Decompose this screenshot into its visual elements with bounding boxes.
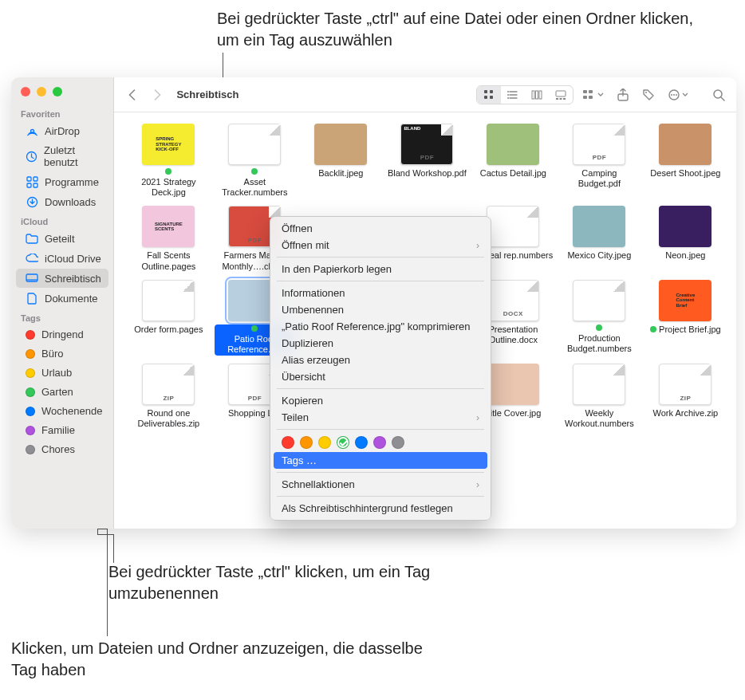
grid-icon — [26, 175, 38, 188]
tag-dot-icon — [650, 326, 656, 332]
file-type-badge: DOCX — [503, 310, 523, 318]
sidebar-item-familie[interactable]: Familie — [16, 421, 108, 439]
tag-color-swatch[interactable] — [300, 436, 313, 449]
back-button[interactable] — [122, 85, 141, 104]
context-menu-item[interactable]: Umbenennen — [270, 301, 491, 318]
sidebar-item-airdrop[interactable]: AirDrop — [16, 121, 108, 140]
file-item[interactable]: Production Budget.numbers — [559, 280, 639, 356]
file-item[interactable]: Cactus Detail.jpg — [473, 124, 553, 198]
minimize-icon[interactable] — [37, 87, 46, 96]
context-menu-item[interactable]: Als Schreibtischhintergrund festlegen — [270, 500, 491, 517]
sidebar-item-label: Chores — [41, 443, 75, 455]
context-menu-item-tags[interactable]: Tags … — [274, 452, 487, 469]
sidebar-heading: iCloud — [11, 212, 113, 228]
tags-button[interactable] — [639, 85, 658, 104]
context-menu-item[interactable]: Alias erzeugen — [270, 352, 491, 368]
folder-icon — [26, 232, 38, 245]
action-button[interactable] — [664, 85, 692, 104]
svg-rect-15 — [532, 91, 534, 99]
svg-rect-4 — [27, 183, 31, 187]
context-menu-item[interactable]: Öffnen — [270, 220, 491, 237]
file-item[interactable]: PDFCamping Budget.pdf — [559, 124, 639, 198]
tag-color-swatch[interactable] — [355, 436, 368, 449]
file-item[interactable]: ZIPRound one Deliverables.zip — [128, 364, 208, 429]
callout-line — [97, 534, 113, 535]
main-area: Schreibtisch — [114, 77, 736, 529]
file-name-label: Neon.jpeg — [665, 250, 705, 261]
icon-view-button[interactable] — [477, 86, 501, 104]
image-thumb — [314, 124, 367, 165]
separator — [277, 429, 484, 430]
tag-color-swatch[interactable] — [337, 436, 349, 449]
context-menu-item[interactable]: Informationen — [270, 285, 491, 301]
separator — [277, 472, 484, 473]
context-menu-item[interactable]: In den Papierkorb legen — [270, 261, 491, 277]
file-item[interactable]: Desert Shoot.jpeg — [645, 124, 725, 198]
sidebar-item-dringend[interactable]: Dringend — [16, 325, 108, 344]
svg-rect-3 — [34, 177, 37, 181]
tag-color-swatch[interactable] — [282, 436, 294, 449]
sidebar-item-geteilt[interactable]: Geteilt — [16, 229, 108, 248]
file-item[interactable]: BLANDPDFBland Workshop.pdf — [387, 124, 467, 198]
context-menu-item[interactable]: „Patio Roof Reference.jpg" komprimieren — [270, 318, 491, 335]
file-item[interactable]: ZIPWork Archive.zip — [645, 364, 725, 429]
sidebar-item-chores[interactable]: Chores — [16, 440, 108, 458]
sidebar-item-schreibtisch[interactable]: Schreibtisch — [16, 269, 108, 288]
sidebar-item-programme[interactable]: Programme — [16, 172, 108, 191]
document-icon: PDF — [573, 124, 625, 165]
tag-color-swatch[interactable] — [373, 436, 386, 449]
file-item[interactable]: Asset Tracker.numbers — [215, 124, 294, 198]
sidebar-item-icloud-drive[interactable]: iCloud Drive — [16, 249, 108, 268]
sidebar-item-urlaub[interactable]: Urlaub — [16, 364, 108, 382]
file-item[interactable]: Weekly Workout.numbers — [559, 364, 639, 429]
context-menu-label: Kopieren — [282, 395, 323, 407]
file-type-badge: PDF — [420, 154, 435, 162]
context-menu-item[interactable]: Öffnen mit› — [270, 237, 491, 254]
file-item[interactable]: Mexico City.jpeg — [559, 206, 639, 271]
sidebar-item-büro[interactable]: Büro — [16, 344, 108, 363]
file-item[interactable]: SPRING STRATEGY KICK-OFF2021 Strategy De… — [128, 124, 208, 198]
context-menu-item[interactable]: Schnellaktionen› — [270, 476, 491, 493]
file-item[interactable]: Order form.pages — [128, 280, 208, 356]
file-item[interactable]: Creative Content BriefProject Brief.jpg — [645, 280, 725, 356]
context-menu-item[interactable]: Duplizieren — [270, 335, 491, 352]
context-menu-item[interactable]: Kopieren — [270, 392, 491, 409]
sidebar-item-downloads[interactable]: Downloads — [16, 192, 108, 211]
column-view-button[interactable] — [525, 86, 549, 104]
separator — [277, 257, 484, 258]
document-icon — [228, 124, 281, 165]
tag-color-swatch[interactable] — [318, 436, 331, 449]
gallery-view-button[interactable] — [549, 86, 573, 104]
close-icon[interactable] — [21, 87, 30, 96]
tag-dot-icon — [26, 368, 35, 378]
svg-rect-19 — [556, 98, 558, 100]
tag-color-swatch[interactable] — [392, 436, 404, 449]
file-type-badge: PDF — [248, 395, 262, 403]
zoom-icon[interactable] — [53, 87, 62, 96]
sidebar-item-label: Geteilt — [45, 233, 75, 245]
search-button[interactable] — [709, 85, 728, 104]
group-button[interactable] — [580, 85, 607, 104]
context-menu-item[interactable]: Übersicht — [270, 368, 491, 385]
svg-point-29 — [671, 94, 672, 96]
sidebar-item-zuletzt-benutzt[interactable]: Zuletzt benutzt — [16, 141, 108, 171]
context-menu-item[interactable]: Teilen› — [270, 409, 491, 426]
sidebar-item-wochenende[interactable]: Wochenende — [16, 402, 108, 420]
sidebar-item-garten[interactable]: Garten — [16, 383, 108, 401]
share-button[interactable] — [613, 85, 633, 104]
callout-line — [113, 534, 114, 563]
file-name-label: Round one Deliverables.zip — [128, 408, 208, 429]
image-thumb — [487, 364, 539, 405]
list-view-button[interactable] — [501, 86, 525, 104]
file-item[interactable]: Neon.jpeg — [645, 206, 725, 271]
context-menu-label: „Patio Roof Reference.jpg" komprimieren — [282, 321, 471, 332]
finder-window: FavoritenAirDropZuletzt benutztProgramme… — [11, 77, 734, 529]
document-icon: ZIP — [659, 364, 711, 405]
context-menu-label: Öffnen — [282, 222, 313, 234]
cloud-icon — [26, 252, 38, 265]
file-item[interactable]: SIGNATURE SCENTSFall Scents Outline.page… — [128, 206, 208, 271]
sidebar-item-dokumente[interactable]: Dokumente — [16, 289, 108, 308]
forward-button[interactable] — [148, 85, 167, 104]
file-item[interactable]: Backlit.jpeg — [301, 124, 380, 198]
tag-dot-icon — [26, 445, 35, 454]
